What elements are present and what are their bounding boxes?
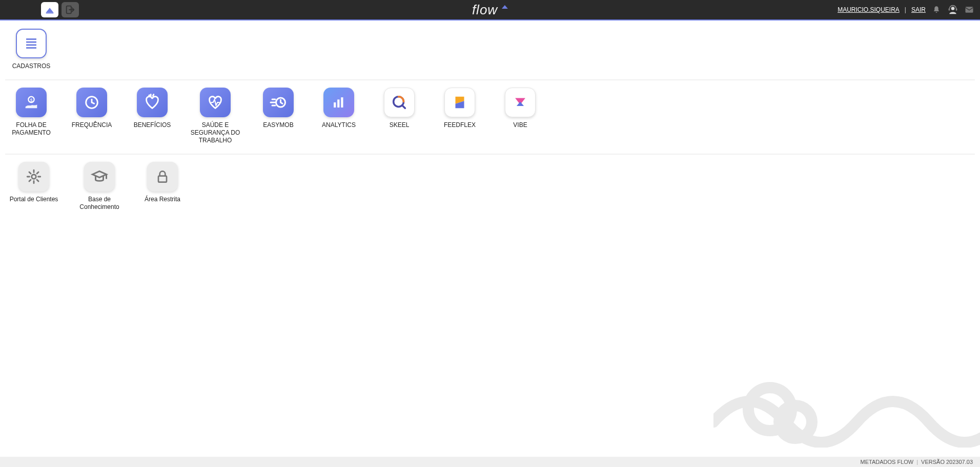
bell-icon [932, 5, 941, 14]
main-content: CADASTROS $ FOLHA DE PAGAMENTO FREQUÊNCI… [0, 20, 980, 457]
vibe-icon [505, 88, 536, 117]
separator: | [916, 459, 918, 465]
svg-rect-5 [966, 7, 973, 13]
headset-icon [948, 5, 958, 15]
brand-logo-icon [502, 5, 508, 9]
svg-point-23 [779, 406, 812, 438]
tile-label: EASYMOB [263, 121, 293, 129]
tile-area-restrita[interactable]: Área Restrita [139, 162, 186, 211]
cadastros-icon [16, 29, 47, 58]
footer-brand: METADADOS FLOW [861, 459, 914, 465]
tile-label: BENEFÍCIOS [134, 121, 171, 129]
svg-point-2 [951, 7, 955, 10]
tile-portal-clientes[interactable]: Portal de Clientes [8, 162, 59, 211]
tile-vibe[interactable]: VIBE [497, 88, 543, 144]
payroll-icon: $ [16, 88, 47, 117]
topbar-left [5, 2, 79, 17]
user-link[interactable]: MAURICIO.SIQUEIRA [838, 6, 900, 13]
section-cadastros: CADASTROS [5, 29, 975, 75]
tile-folha-pagamento[interactable]: $ FOLHA DE PAGAMENTO [8, 88, 54, 144]
topbar: flow MAURICIO.SIQUEIRA | SAIR [0, 0, 980, 20]
footer: METADADOS FLOW | VERSÃO 202307.03 [0, 457, 980, 467]
svg-rect-16 [341, 97, 343, 108]
tile-analytics[interactable]: ANALYTICS [316, 88, 362, 144]
section-modules: $ FOLHA DE PAGAMENTO FREQUÊNCIA BENEFÍCI… [5, 88, 975, 150]
tile-frequencia[interactable]: FREQUÊNCIA [69, 88, 115, 144]
tile-label: FREQUÊNCIA [72, 121, 112, 129]
health-icon [200, 88, 231, 117]
lock-icon [147, 162, 178, 192]
tile-label: Portal de Clientes [10, 196, 58, 203]
svg-rect-14 [334, 102, 336, 108]
exit-icon [65, 4, 76, 15]
tile-label: SAÚDE E SEGURANÇA DO TRABALHO [190, 121, 241, 144]
heart-icon [137, 88, 168, 117]
tile-label: FOLHA DE PAGAMENTO [8, 121, 54, 137]
tile-label: VIBE [513, 121, 527, 129]
logout-link[interactable]: SAIR [911, 6, 926, 13]
svg-line-18 [402, 105, 405, 109]
tile-base-conhecimento[interactable]: Base de Conhecimento [74, 162, 125, 211]
svg-rect-3 [949, 9, 950, 11]
graduation-icon [84, 162, 115, 192]
brand-logo: flow [472, 2, 508, 18]
tile-label: Base de Conhecimento [74, 196, 125, 211]
notifications-button[interactable] [931, 4, 942, 15]
svg-rect-15 [337, 99, 339, 108]
easymob-icon [263, 88, 294, 117]
svg-rect-4 [956, 9, 957, 11]
home-icon [44, 4, 55, 15]
tile-label: ANALYTICS [322, 121, 356, 129]
svg-text:$: $ [30, 98, 33, 103]
gear-icon [18, 162, 49, 192]
tile-feedflex[interactable]: FEEDFLEX [437, 88, 483, 144]
tile-label: SKEEL [390, 121, 410, 129]
exit-button[interactable] [62, 2, 79, 17]
analytics-icon [323, 88, 354, 117]
section-admin: Portal de Clientes Base de Conhecimento … [5, 162, 975, 216]
support-button[interactable] [947, 4, 958, 15]
home-button[interactable] [41, 2, 58, 17]
tile-skeel[interactable]: SKEEL [376, 88, 422, 144]
background-wave [713, 360, 980, 448]
tile-cadastros[interactable]: CADASTROS [8, 29, 54, 70]
brand-text: flow [472, 2, 498, 18]
tile-saude-seguranca[interactable]: SAÚDE E SEGURANÇA DO TRABALHO [190, 88, 241, 144]
svg-point-19 [32, 175, 36, 179]
inbox-icon [964, 5, 974, 15]
svg-rect-21 [158, 176, 167, 182]
svg-point-22 [748, 388, 791, 431]
footer-version: VERSÃO 202307.03 [921, 459, 973, 465]
tile-label: FEEDFLEX [444, 121, 476, 129]
divider [5, 79, 975, 80]
divider [5, 154, 975, 155]
tile-easymob[interactable]: EASYMOB [255, 88, 301, 144]
tile-label: Área Restrita [145, 196, 180, 203]
clock-icon [76, 88, 107, 117]
feedflex-icon [444, 88, 475, 117]
inbox-button[interactable] [964, 4, 975, 15]
tile-label: CADASTROS [12, 62, 51, 70]
topbar-right: MAURICIO.SIQUEIRA | SAIR [838, 4, 975, 15]
svg-rect-0 [46, 13, 54, 14]
skeel-icon [384, 88, 415, 117]
tile-beneficios[interactable]: BENEFÍCIOS [129, 88, 175, 144]
separator: | [905, 6, 906, 13]
